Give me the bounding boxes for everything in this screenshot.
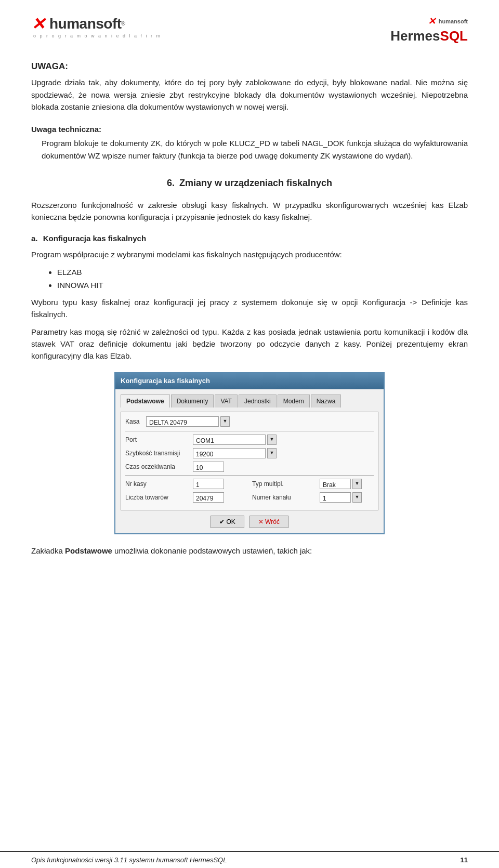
section6-title: Zmiany w urządzeniach fiskalnych xyxy=(179,178,332,188)
hermes-text: Hermes xyxy=(390,28,440,44)
tab-modem[interactable]: Modem xyxy=(278,394,310,408)
timeout-row: Czas oczekiwania 10 xyxy=(125,462,374,472)
timeout-value-box: 10 xyxy=(193,462,224,472)
port-value-box: COM1 ▼ xyxy=(193,435,277,445)
header: ✕ humansoft® o p r o g r a m o w a n i e… xyxy=(31,16,468,44)
dialog-tabs: Podstawowe Dokumenty VAT Jednostki Modem… xyxy=(121,394,378,408)
subsection-a-paragraph3: Parametry kas mogą się różnić w zależnoś… xyxy=(31,326,468,362)
port-input[interactable]: COM1 xyxy=(193,435,266,445)
section6-number: 6. xyxy=(167,178,175,188)
speed-value-box: 19200 ▼ xyxy=(193,448,277,458)
main-content: UWAGA: Upgrade działa tak, aby dokumenty… xyxy=(31,60,468,557)
kasa-row: Kasa DELTA 20479 ▼ xyxy=(125,416,374,427)
producers-list: ELZAB INNOWA HIT xyxy=(57,266,468,292)
subsection-a-letter: a. xyxy=(31,234,38,243)
tech-note-text: Program blokuje te dokumenty ZK, do któr… xyxy=(42,137,468,162)
hermes-main-logo: HermesSQL xyxy=(390,28,468,44)
hermes-x-icon: ✕ xyxy=(428,16,436,27)
subsection-a-paragraph2: Wyboru typu kasy fiskalnej oraz konfigur… xyxy=(31,296,468,321)
dialog-box: Konfiguracja kas fiskalnych Podstawowe D… xyxy=(114,372,385,534)
nr-kasy-label: Nr kasy xyxy=(125,479,193,489)
subsection-a-name: Konfiguracja kas fiskalnych xyxy=(43,234,146,243)
humansoft-tagline: o p r o g r a m o w a n i e d l a f i r … xyxy=(33,33,162,38)
warning-text: Upgrade działa tak, aby dokumenty, które… xyxy=(31,76,468,113)
tech-note-title: Uwaga techniczna: xyxy=(31,123,468,135)
numer-kanalu-input[interactable]: 1 xyxy=(320,492,351,503)
nr-kasy-input[interactable]: 1 xyxy=(193,479,224,489)
section6-paragraph1: Rozszerzono funkcjonalność w zakresie ob… xyxy=(31,199,468,223)
port-row: Port COM1 ▼ xyxy=(125,435,374,445)
typ-multipl-input[interactable]: Brak xyxy=(320,479,351,489)
footer-text: Opis funkcjonalności wersji 3.11 systemu… xyxy=(31,856,227,864)
port-label: Port xyxy=(125,435,193,445)
right-col: Typ multipl. Brak ▼ Numer kanału xyxy=(252,479,374,506)
liczba-towarow-input[interactable]: 20479 xyxy=(193,492,224,503)
closing-text: Zakładka Podstawowe umożliwia dokonanie … xyxy=(31,545,468,557)
kasa-dropdown-btn[interactable]: ▼ xyxy=(220,416,230,427)
typ-multipl-dropdown[interactable]: ▼ xyxy=(352,479,362,489)
speed-dropdown-btn[interactable]: ▼ xyxy=(267,448,277,458)
dialog-title-bar: Konfiguracja kas fiskalnych xyxy=(115,373,384,389)
subsection-a-paragraph1: Program współpracuje z wybranymi modelam… xyxy=(31,248,468,260)
speed-label: Szybkość transmisji xyxy=(125,449,193,458)
dialog-buttons: ✔ OK ✕ Wróć xyxy=(121,516,378,528)
section6-heading: 6. Zmiany w urządzeniach fiskalnych xyxy=(31,176,468,191)
numer-kanalu-label: Numer kanału xyxy=(252,493,320,503)
left-col: Nr kasy 1 Liczba towarów 20479 xyxy=(125,479,247,506)
list-item: ELZAB xyxy=(57,266,468,278)
warning-block: UWAGA: Upgrade działa tak, aby dokumenty… xyxy=(31,60,468,113)
logo-humansoft: ✕ humansoft® o p r o g r a m o w a n i e… xyxy=(31,16,162,38)
tab-nazwa[interactable]: Nazwa xyxy=(311,394,342,408)
dialog-content: Podstawowe Dokumenty VAT Jednostki Modem… xyxy=(115,389,384,534)
cancel-button[interactable]: ✕ Wróć xyxy=(250,516,288,528)
podstawowe-bold: Podstawowe xyxy=(65,546,112,555)
nr-kasy-row: Nr kasy 1 xyxy=(125,479,247,489)
separator-top xyxy=(125,431,374,431)
speed-row: Szybkość transmisji 19200 ▼ xyxy=(125,448,374,458)
logo-hermes: ✕ humansoft HermesSQL xyxy=(390,16,468,44)
subsection-a-title: a. Konfiguracja kas fiskalnych xyxy=(31,232,468,244)
warning-title: UWAGA: xyxy=(31,60,468,73)
bottom-rows: Nr kasy 1 Liczba towarów 20479 xyxy=(125,479,374,506)
typ-multipl-row: Typ multipl. Brak ▼ xyxy=(252,479,374,489)
timeout-label: Czas oczekiwania xyxy=(125,462,193,472)
hermes-brand-small: humansoft xyxy=(439,18,468,24)
tab-jednostki[interactable]: Jednostki xyxy=(239,394,277,408)
footer-page-number: 11 xyxy=(461,856,468,864)
humansoft-registered: ® xyxy=(122,21,125,27)
timeout-input[interactable]: 10 xyxy=(193,462,224,472)
separator-mid xyxy=(125,475,374,476)
kasa-label: Kasa xyxy=(125,417,146,427)
speed-input[interactable]: 19200 xyxy=(193,448,266,458)
humansoft-brand: humansoft xyxy=(49,16,122,32)
sql-text: SQL xyxy=(440,28,468,44)
humansoft-x-icon: ✕ xyxy=(31,16,45,32)
port-dropdown-btn[interactable]: ▼ xyxy=(267,435,277,445)
kasa-input[interactable]: DELTA 20479 xyxy=(146,416,219,427)
list-item: INNOWA HIT xyxy=(57,279,468,291)
dialog-wrapper: Konfiguracja kas fiskalnych Podstawowe D… xyxy=(31,372,468,534)
tab-podstawowe[interactable]: Podstawowe xyxy=(121,394,170,408)
ok-button[interactable]: ✔ OK xyxy=(211,516,244,528)
liczba-towarow-label: Liczba towarów xyxy=(125,493,193,503)
tab-vat[interactable]: VAT xyxy=(215,394,238,408)
kasa-value-box: DELTA 20479 ▼ xyxy=(146,416,230,427)
tab-dokumenty[interactable]: Dokumenty xyxy=(171,394,214,408)
numer-kanalu-dropdown[interactable]: ▼ xyxy=(352,492,362,503)
typ-multipl-label: Typ multipl. xyxy=(252,479,320,489)
page-footer: Opis funkcjonalności wersji 3.11 systemu… xyxy=(0,851,499,868)
tech-note: Uwaga techniczna: Program blokuje te dok… xyxy=(31,123,468,162)
liczba-towarow-row: Liczba towarów 20479 xyxy=(125,492,247,503)
dialog-fields: Kasa DELTA 20479 ▼ Port COM1 xyxy=(121,412,378,510)
dialog-title: Konfiguracja kas fiskalnych xyxy=(121,376,210,386)
numer-kanalu-row: Numer kanału 1 ▼ xyxy=(252,492,374,503)
